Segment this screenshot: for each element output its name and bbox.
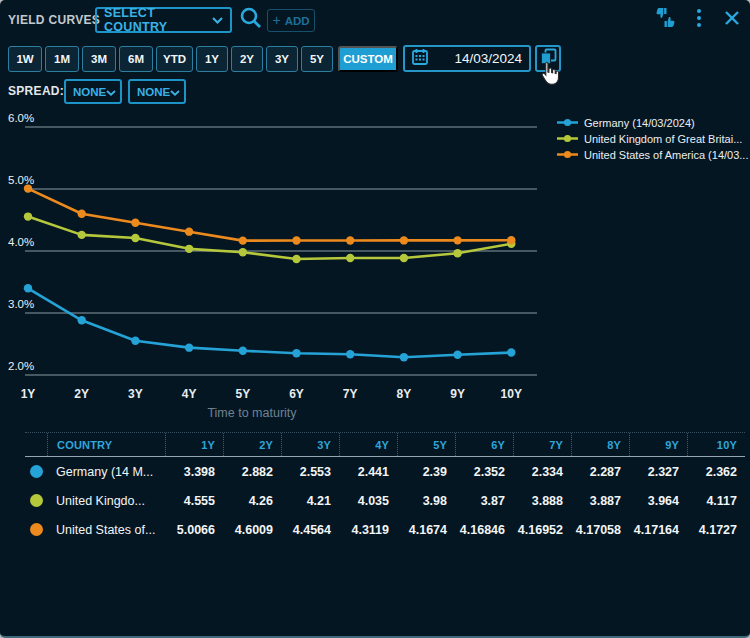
- yield-value: 3.398: [165, 465, 223, 479]
- period-button-3m[interactable]: 3M: [82, 46, 116, 72]
- period-button-6m[interactable]: 6M: [119, 46, 153, 72]
- kebab-menu-icon: [696, 8, 702, 32]
- more-options-button[interactable]: [687, 8, 711, 32]
- period-toolbar: 1W 1M 3M 6M YTD 1Y 2Y 3Y 5Y CUSTOM 14/03…: [8, 45, 561, 72]
- chart-legend: Germany (14/03/2024)United Kingdom of Gr…: [556, 116, 748, 161]
- series-line: [28, 217, 511, 259]
- yield-value: 4.16846: [455, 523, 513, 537]
- data-point: [24, 284, 32, 292]
- table-header-4y[interactable]: 4Y: [339, 433, 397, 456]
- period-button-custom[interactable]: CUSTOM: [338, 46, 398, 72]
- table-header-8y[interactable]: 8Y: [571, 433, 629, 456]
- data-point: [453, 351, 461, 359]
- yield-value: 2.39: [397, 465, 455, 479]
- plus-icon: +: [272, 12, 280, 28]
- data-point: [78, 316, 86, 324]
- x-tick-label: 1Y: [21, 387, 36, 401]
- yield-value: 4.16952: [513, 523, 571, 537]
- copy-icon: [540, 48, 557, 69]
- data-point: [239, 248, 247, 256]
- data-point: [346, 236, 354, 244]
- feedback-button[interactable]: [654, 8, 678, 32]
- yield-value: 2.352: [455, 465, 513, 479]
- yield-value: 2.441: [339, 465, 397, 479]
- table-header-country[interactable]: COUNTRY: [47, 433, 165, 456]
- yield-value: 2.334: [513, 465, 571, 479]
- country-name: Germany (14 M...: [47, 465, 165, 479]
- period-button-1w[interactable]: 1W: [8, 46, 42, 72]
- table-header-3y[interactable]: 3Y: [281, 433, 339, 456]
- x-tick-label: 5Y: [235, 387, 250, 401]
- series-line: [28, 189, 511, 241]
- period-button-1m[interactable]: 1M: [45, 46, 79, 72]
- period-button-2y[interactable]: 2Y: [231, 46, 263, 72]
- search-button[interactable]: [237, 6, 265, 34]
- legend-label: Germany (14/03/2024): [584, 117, 695, 129]
- table-row[interactable]: United Kingdo...4.5554.264.214.0353.983.…: [25, 486, 745, 515]
- x-tick-label: 7Y: [343, 387, 358, 401]
- thumbs-feedback-icon: [655, 7, 677, 33]
- yield-value: 3.887: [571, 494, 629, 508]
- table-header-row: COUNTRY1Y2Y3Y4Y5Y6Y7Y8Y9Y10Y: [25, 433, 745, 457]
- yield-value: 4.17058: [571, 523, 629, 537]
- data-point: [507, 348, 515, 356]
- chevron-down-icon: [212, 13, 223, 27]
- table-header-6y[interactable]: 6Y: [455, 433, 513, 456]
- legend-item[interactable]: Germany (14/03/2024): [556, 116, 748, 129]
- series-color-dot: [25, 465, 47, 478]
- yield-value: 4.555: [165, 494, 223, 508]
- select-country-label: SELECT COUNTRY: [104, 6, 212, 34]
- spread-dropdown-1[interactable]: NONE: [64, 79, 122, 104]
- table-row[interactable]: United States of...5.00664.60094.45644.3…: [25, 515, 745, 544]
- legend-marker-icon: [556, 150, 579, 159]
- data-point: [185, 245, 193, 253]
- yield-value: 4.26: [223, 494, 281, 508]
- table-header-2y[interactable]: 2Y: [223, 433, 281, 456]
- legend-marker-icon: [556, 118, 579, 127]
- y-tick-label: 6.0%: [8, 112, 34, 124]
- legend-item[interactable]: United Kingdom of Great Britai...: [556, 132, 748, 145]
- table-header-dot-col: [25, 433, 47, 456]
- table-header-1y[interactable]: 1Y: [165, 433, 223, 456]
- table-header-5y[interactable]: 5Y: [397, 433, 455, 456]
- y-tick-label: 5.0%: [8, 174, 34, 186]
- yield-value: 4.1727: [687, 523, 745, 537]
- data-point: [346, 254, 354, 262]
- add-button[interactable]: + ADD: [267, 9, 315, 32]
- search-icon: [238, 5, 264, 35]
- data-point: [346, 350, 354, 358]
- country-name: United States of...: [47, 523, 165, 537]
- data-point: [185, 343, 193, 351]
- date-picker[interactable]: 14/03/2024: [403, 45, 531, 72]
- table-header-10y[interactable]: 10Y: [687, 433, 745, 456]
- data-point: [292, 349, 300, 357]
- table-header-9y[interactable]: 9Y: [629, 433, 687, 456]
- table-row[interactable]: Germany (14 M...3.3982.8822.5532.4412.39…: [25, 457, 745, 486]
- period-button-ytd[interactable]: YTD: [156, 46, 193, 72]
- x-tick-label: 9Y: [450, 387, 465, 401]
- yield-value: 3.87: [455, 494, 513, 508]
- close-button[interactable]: [720, 8, 744, 32]
- period-button-3y[interactable]: 3Y: [266, 46, 298, 72]
- legend-item[interactable]: United States of America (14/03...: [556, 148, 748, 161]
- chevron-down-icon: [106, 86, 116, 98]
- period-button-5y[interactable]: 5Y: [301, 46, 333, 72]
- table-header-7y[interactable]: 7Y: [513, 433, 571, 456]
- x-tick-label: 6Y: [289, 387, 304, 401]
- data-point: [239, 236, 247, 244]
- select-country-dropdown[interactable]: SELECT COUNTRY: [95, 7, 232, 33]
- close-icon: [724, 10, 740, 30]
- yield-value: 3.888: [513, 494, 571, 508]
- x-axis-label: Time to maturity: [207, 406, 297, 420]
- series-color-dot: [25, 523, 47, 536]
- yield-value: 2.327: [629, 465, 687, 479]
- add-button-label: ADD: [285, 15, 310, 27]
- data-point: [78, 210, 86, 218]
- series-color-dot: [25, 494, 47, 507]
- data-point: [78, 231, 86, 239]
- compare-copy-button[interactable]: [535, 45, 561, 72]
- data-point: [453, 236, 461, 244]
- period-button-1y[interactable]: 1Y: [196, 46, 228, 72]
- spread-dropdown-2[interactable]: NONE: [128, 79, 186, 104]
- y-tick-label: 3.0%: [8, 298, 34, 310]
